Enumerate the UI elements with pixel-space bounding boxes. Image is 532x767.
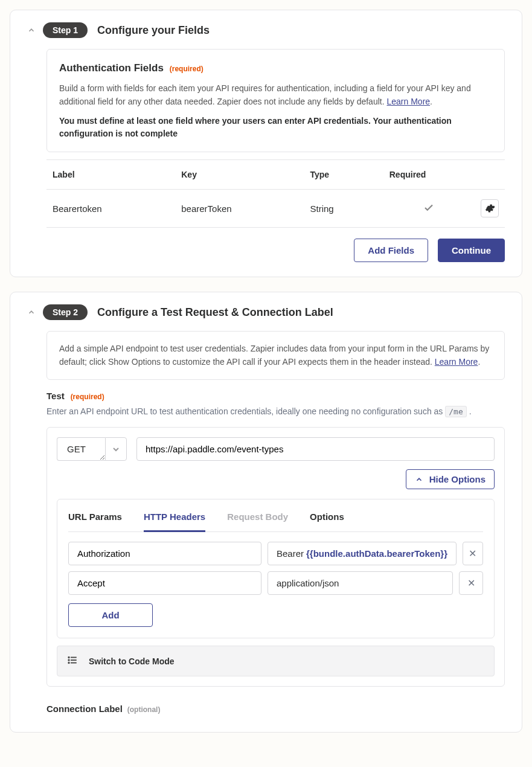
list-icon [67, 655, 78, 667]
header-row: Bearer {{bundle.authData.bearerToken}} ✕ [68, 542, 483, 565]
svg-point-3 [68, 657, 69, 658]
required-tag: (required) [71, 393, 104, 401]
step1-pill: Step 1 [43, 22, 88, 38]
connection-label-title: Connection Label [46, 704, 123, 714]
request-tabs: URL Params HTTP Headers Request Body Opt… [68, 499, 483, 532]
fields-table: Label Key Type Required Bearertoken bear… [46, 159, 505, 228]
add-header-button[interactable]: Add [68, 603, 153, 627]
chevron-up-icon [27, 26, 36, 34]
optional-tag: (optional) [127, 705, 161, 714]
cell-key: bearerToken [181, 204, 310, 214]
table-row: Bearertoken bearerToken String [46, 190, 505, 228]
remove-header-button[interactable]: ✕ [463, 542, 483, 565]
check-icon [389, 202, 469, 215]
step1-title: Configure your Fields [97, 24, 210, 37]
col-required: Required [389, 170, 469, 179]
auth-fields-heading: Authentication Fields [59, 62, 164, 74]
step2-pill: Step 2 [43, 304, 88, 320]
http-method-select[interactable]: GET [57, 437, 127, 461]
header-key-input[interactable] [68, 542, 261, 565]
col-label: Label [53, 170, 181, 179]
step1-card: Step 1 Configure your Fields Authenticat… [10, 10, 522, 277]
chevron-up-icon [27, 308, 36, 316]
code-sample: /me [445, 406, 466, 417]
code-mode-label: Switch to Code Mode [89, 656, 175, 666]
auth-fields-info-box: Authentication Fields (required) Build a… [46, 49, 505, 152]
remove-header-button[interactable]: ✕ [459, 571, 483, 595]
required-tag: (required) [170, 65, 204, 73]
close-icon: ✕ [467, 577, 475, 589]
request-options-pane: URL Params HTTP Headers Request Body Opt… [57, 499, 495, 638]
hide-options-label: Hide Options [429, 474, 486, 484]
step1-header[interactable]: Step 1 Configure your Fields [27, 22, 505, 38]
header-row: application/json ✕ [68, 571, 483, 595]
learn-more-link[interactable]: Learn More [435, 357, 478, 367]
switch-to-code-mode-button[interactable]: Switch to Code Mode [57, 646, 495, 676]
col-key: Key [181, 170, 310, 179]
chevron-down-icon[interactable] [105, 437, 127, 461]
test-label: Test [46, 391, 65, 401]
add-fields-button[interactable]: Add Fields [354, 239, 428, 262]
http-method-value[interactable]: GET [57, 437, 105, 461]
svg-point-4 [68, 660, 69, 661]
header-value-input[interactable]: application/json [268, 571, 453, 595]
tab-http-headers[interactable]: HTTP Headers [144, 499, 205, 532]
auth-fields-warning: You must define at least one field where… [59, 115, 492, 141]
tab-request-body[interactable]: Request Body [227, 499, 288, 532]
step2-header[interactable]: Step 2 Configure a Test Request & Connec… [27, 304, 505, 320]
test-request-info-box: Add a simple API endpoint to test user c… [46, 331, 505, 380]
learn-more-link[interactable]: Learn More [386, 97, 430, 106]
step1-button-row: Add Fields Continue [46, 239, 505, 262]
svg-point-5 [68, 663, 69, 664]
test-request-desc: Add a simple API endpoint to test user c… [59, 344, 489, 367]
request-pane: GET Hide Options URL Params HTTP Headers [46, 427, 505, 687]
gear-icon [484, 203, 495, 214]
chevron-up-icon [415, 475, 423, 484]
step2-title: Configure a Test Request & Connection La… [97, 306, 333, 319]
fields-table-header: Label Key Type Required [46, 159, 505, 190]
col-type: Type [310, 170, 389, 179]
header-value-input[interactable]: Bearer {{bundle.authData.bearerToken}} [268, 542, 457, 565]
endpoint-url-input[interactable] [136, 437, 495, 461]
step2-card: Step 2 Configure a Test Request & Connec… [10, 292, 522, 733]
test-help-text: Enter an API endpoint URL to test authen… [46, 405, 505, 419]
cell-label: Bearertoken [53, 204, 181, 214]
continue-button[interactable]: Continue [438, 239, 505, 262]
close-icon: ✕ [469, 548, 476, 559]
tab-options[interactable]: Options [310, 499, 344, 532]
tab-url-params[interactable]: URL Params [68, 499, 122, 532]
hide-options-button[interactable]: Hide Options [406, 469, 495, 489]
row-settings-button[interactable] [481, 199, 499, 217]
cell-type: String [310, 204, 389, 214]
header-key-input[interactable] [68, 571, 261, 595]
